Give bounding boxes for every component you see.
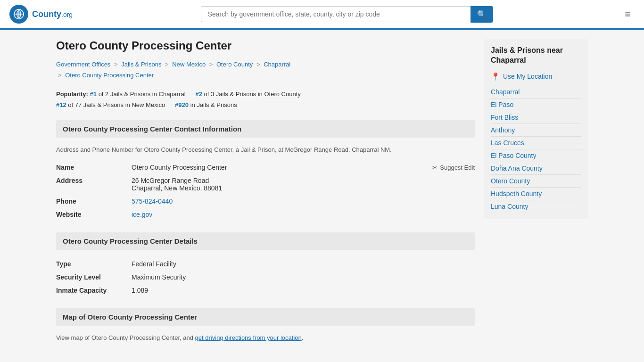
name-row: Name Otero County Processing Center ✂ Su… — [56, 161, 475, 174]
phone-link[interactable]: 575-824-0440 — [132, 197, 173, 205]
driving-directions-link[interactable]: get driving directions from your locatio… — [195, 334, 302, 341]
pop-item-2: #2 of 3 Jails & Prisons in Otero County — [195, 90, 300, 98]
list-item: Chaparral — [491, 86, 581, 99]
breadcrumb-new-mexico[interactable]: New Mexico — [172, 61, 206, 68]
list-item: Doña Ana County — [491, 162, 581, 175]
name-label: Name — [56, 164, 132, 171]
sidebar-link-hudspeth[interactable]: Hudspeth County — [491, 190, 542, 197]
use-my-location-link[interactable]: Use My Location — [503, 73, 552, 80]
map-section: Map of Otero County Processing Center Vi… — [56, 308, 475, 343]
logo-text: County.org — [32, 9, 73, 19]
details-section: Otero County Processing Center Details T… — [56, 232, 475, 297]
site-header: County.org 🔍 ≡ — [0, 0, 644, 30]
sidebar-link-anthony[interactable]: Anthony — [491, 126, 515, 134]
breadcrumb-current[interactable]: Otero County Processing Center — [65, 72, 154, 79]
popularity-section: Popularity: #1 of 2 Jails & Prisons in C… — [56, 89, 475, 111]
address-row: Address 26 McGregor Range Road Chaparral… — [56, 174, 475, 195]
phone-value: 575-824-0440 — [132, 197, 475, 205]
map-section-header: Map of Otero County Processing Center — [56, 308, 475, 326]
website-label: Website — [56, 211, 132, 218]
security-row: Security Level Maximum Security — [56, 271, 475, 284]
list-item: El Paso County — [491, 149, 581, 162]
search-icon: 🔍 — [477, 10, 487, 18]
menu-button[interactable]: ≡ — [621, 6, 635, 22]
capacity-value: 1,089 — [132, 287, 475, 294]
sidebar-link-el-paso-county[interactable]: El Paso County — [491, 152, 537, 159]
breadcrumb-otero-county[interactable]: Otero County — [216, 61, 253, 68]
list-item: Anthony — [491, 124, 581, 137]
type-value: Federal Facility — [132, 260, 475, 268]
sidebar-link-fort-bliss[interactable]: Fort Bliss — [491, 114, 518, 121]
list-item: Luna County — [491, 200, 581, 213]
sidebar-links-list: Chaparral El Paso Fort Bliss Anthony Las… — [491, 86, 581, 213]
location-icon: 📍 — [491, 72, 500, 81]
contact-description: Address and Phone Number for Otero Count… — [56, 145, 475, 155]
breadcrumb-chaparral[interactable]: Chaparral — [264, 61, 290, 68]
sidebar-link-chaparral[interactable]: Chaparral — [491, 88, 520, 96]
pop-item-3: #12 of 77 Jails & Prisons in New Mexico — [56, 101, 167, 108]
sidebar-link-luna[interactable]: Luna County — [491, 203, 528, 210]
breadcrumb: Government Offices > Jails & Prisons > N… — [56, 59, 475, 81]
sidebar-link-el-paso[interactable]: El Paso — [491, 101, 513, 108]
details-info-table: Type Federal Facility Security Level Max… — [56, 257, 475, 297]
type-row: Type Federal Facility — [56, 257, 475, 271]
phone-label: Phone — [56, 197, 132, 205]
type-label: Type — [56, 260, 132, 268]
popularity-label: Popularity: — [56, 90, 88, 98]
website-value: ice.gov — [132, 211, 475, 218]
list-item: Hudspeth County — [491, 188, 581, 200]
address-value: 26 McGregor Range Road Chaparral, New Me… — [132, 177, 475, 192]
capacity-row: Inmate Capacity 1,089 — [56, 284, 475, 297]
security-value: Maximum Security — [132, 273, 475, 281]
list-item: Las Cruces — [491, 137, 581, 149]
edit-icon: ✂ — [432, 164, 438, 171]
logo-icon — [9, 5, 28, 24]
list-item: El Paso — [491, 99, 581, 111]
search-input[interactable] — [201, 6, 471, 22]
content-area: Otero County Processing Center Governmen… — [56, 39, 475, 354]
contact-section-header: Otero County Processing Center Contact I… — [56, 120, 475, 138]
map-description: View map of Otero County Processing Cent… — [56, 333, 475, 343]
search-bar: 🔍 — [201, 6, 493, 23]
page-title: Otero County Processing Center — [56, 39, 475, 52]
contact-info-table: Name Otero County Processing Center ✂ Su… — [56, 161, 475, 221]
sidebar-box: Jails & Prisons near Chaparral 📍 Use My … — [484, 39, 588, 219]
details-section-header: Otero County Processing Center Details — [56, 232, 475, 250]
capacity-label: Inmate Capacity — [56, 287, 132, 294]
sidebar-title: Jails & Prisons near Chaparral — [491, 46, 581, 66]
breadcrumb-jails-prisons[interactable]: Jails & Prisons — [121, 61, 161, 68]
pop-item-1: #1 of 2 Jails & Prisons in Chaparral — [90, 90, 188, 98]
suggest-edit-button[interactable]: ✂ Suggest Edit — [432, 164, 475, 171]
contact-section: Otero County Processing Center Contact I… — [56, 120, 475, 222]
website-link[interactable]: ice.gov — [132, 211, 152, 218]
address-label: Address — [56, 177, 132, 184]
breadcrumb-government-offices[interactable]: Government Offices — [56, 61, 110, 68]
use-my-location[interactable]: 📍 Use My Location — [491, 72, 581, 81]
list-item: Fort Bliss — [491, 111, 581, 124]
security-label: Security Level — [56, 273, 132, 281]
search-button[interactable]: 🔍 — [471, 6, 493, 23]
sidebar-link-otero-county[interactable]: Otero County — [491, 177, 530, 185]
name-value: Otero County Processing Center — [132, 164, 432, 171]
phone-row: Phone 575-824-0440 — [56, 195, 475, 208]
sidebar-link-dona-ana[interactable]: Doña Ana County — [491, 165, 543, 172]
list-item: Otero County — [491, 175, 581, 188]
website-row: Website ice.gov — [56, 208, 475, 221]
logo: County.org — [9, 5, 73, 24]
pop-item-4: #920 in Jails & Prisons — [175, 101, 237, 108]
main-container: Otero County Processing Center Governmen… — [49, 39, 595, 354]
sidebar-link-las-cruces[interactable]: Las Cruces — [491, 139, 524, 147]
sidebar: Jails & Prisons near Chaparral 📍 Use My … — [484, 39, 588, 354]
hamburger-icon: ≡ — [625, 8, 631, 20]
